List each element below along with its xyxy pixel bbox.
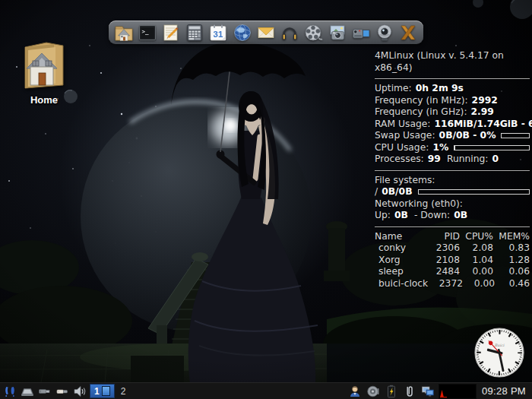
dock-item-web-browser[interactable] — [232, 22, 252, 43]
process-row: buici-clock 2372 0.00 0.46 — [375, 278, 530, 290]
menu-footprints-icon[interactable] — [2, 384, 17, 399]
xorg-x-icon — [398, 23, 418, 43]
terminal-icon: >_ — [138, 23, 157, 43]
dock-item-calendar[interactable]: 31 — [208, 22, 229, 43]
photo-camera-icon — [328, 23, 347, 43]
svg-text:>_: >_ — [141, 27, 149, 34]
text-editor-icon — [161, 23, 181, 43]
conky-divider — [375, 226, 530, 227]
desktop: >_ — [0, 0, 532, 399]
workspace-2-button[interactable]: 2 — [117, 384, 130, 398]
dock-item-xorg[interactable] — [398, 22, 419, 43]
dock-item-music-player[interactable] — [280, 22, 300, 43]
film-reel-icon — [303, 23, 323, 43]
freq-ghz-line: Frequency (in GHz): 2.99 — [375, 106, 530, 119]
home-folder-large-icon — [21, 36, 68, 90]
conky-divider — [375, 170, 530, 171]
process-row: conky 2306 2.08 0.83 — [375, 242, 530, 255]
home-folder-icon — [114, 23, 134, 43]
dock-item-image-viewer[interactable] — [327, 22, 347, 43]
ram-usage-line: RAM Usage: 116MiB/1.74GiB - 6% — [375, 119, 530, 131]
taskbar-clock[interactable]: 09:28 PM — [480, 385, 530, 397]
workspace-window-indicator — [102, 386, 110, 396]
headphones-icon — [280, 23, 299, 43]
filesystem-root-line: / 0B/0B — [375, 186, 530, 198]
swap-usage-line: Swap Usage: 0B/0B - 0% — [375, 130, 530, 142]
conky-divider — [375, 78, 530, 79]
envelope-icon — [256, 23, 276, 43]
filesystems-heading: File systems: — [375, 175, 530, 187]
dock-item-calculator[interactable] — [185, 22, 205, 43]
battery-icon[interactable] — [384, 384, 399, 399]
cpu-usage-bar — [454, 145, 530, 150]
svg-text:31: 31 — [214, 30, 223, 39]
desktop-icon-home[interactable]: Home — [14, 36, 74, 106]
clock-center-cap — [498, 351, 501, 354]
workspace-1-button[interactable]: 1 — [90, 384, 115, 398]
process-table-header: Name PID CPU% MEM% — [375, 231, 530, 243]
process-row: sleep 2484 0.00 0.06 — [375, 266, 530, 278]
dock-item-webcam[interactable] — [375, 22, 395, 43]
system-load-monitor[interactable] — [439, 384, 477, 399]
attachments-paperclip-icon[interactable] — [402, 384, 417, 399]
network-updown-line: Up: 0B - Down: 0B — [375, 210, 530, 222]
dock-item-text-editor[interactable] — [161, 22, 182, 43]
touchpad-icon[interactable] — [20, 384, 35, 399]
uptime-line: Uptime: 0h 2m 9s — [375, 83, 530, 95]
system-tray: 09:28 PM — [347, 384, 530, 399]
dock-item-camcorder[interactable] — [350, 22, 371, 43]
processes-line: Processes: 99 Running: 0 — [375, 154, 530, 166]
clock-face: Buici — [473, 326, 526, 379]
conky-system-monitor: 4MLinux (Linux v. 5.4.17 on x86_64) Upti… — [375, 50, 530, 290]
audio-device-icon[interactable] — [366, 384, 381, 399]
camcorder-icon — [351, 23, 371, 43]
dock-item-video-player[interactable] — [303, 22, 324, 43]
calendar-icon: 31 — [208, 23, 228, 43]
flash-drive-icon[interactable] — [55, 384, 70, 399]
webcam-icon — [375, 23, 394, 43]
filesystem-usage-bar — [418, 189, 530, 195]
process-row: Xorg 2108 1.04 1.28 — [375, 255, 530, 267]
usb-device-icon[interactable] — [37, 384, 52, 399]
desktop-icon-label: Home — [14, 94, 74, 106]
calculator-icon — [185, 23, 204, 43]
globe-icon — [233, 23, 252, 43]
dock-item-mail[interactable] — [255, 22, 276, 43]
freq-mhz-line: Frequency (in MHz): 2992 — [375, 95, 530, 107]
volume-icon[interactable] — [72, 384, 87, 399]
clock-brand-text: Buici — [495, 343, 505, 347]
dock-item-home-folder[interactable] — [113, 22, 134, 43]
conky-title: 4MLinux (Linux v. 5.4.17 on x86_64) — [375, 50, 530, 74]
analog-clock-widget[interactable]: Buici — [473, 326, 526, 379]
application-dock: >_ — [109, 21, 423, 44]
network-computers-icon[interactable] — [420, 384, 435, 399]
dock-item-terminal[interactable]: >_ — [137, 22, 157, 43]
networking-heading: Networking (eth0): — [375, 198, 530, 211]
user-icon[interactable] — [347, 384, 363, 399]
taskbar: 1 2 — [0, 382, 532, 399]
cpu-usage-line: CPU Usage: 1% — [375, 142, 530, 154]
swap-usage-bar — [501, 133, 530, 138]
